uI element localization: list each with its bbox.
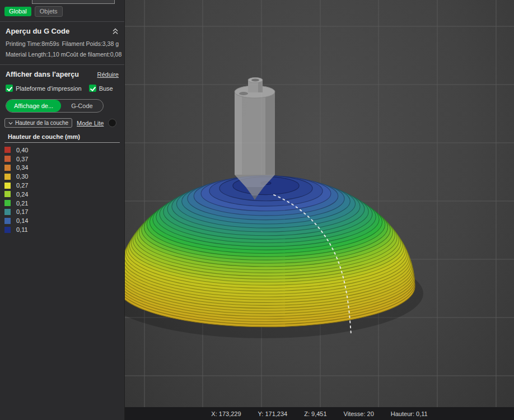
legend-value: 0,34 <box>16 164 28 171</box>
gcode-preview-scene[interactable] <box>125 0 514 420</box>
checkbox-checked-icon[interactable] <box>89 85 96 92</box>
legend-value: 0,14 <box>16 217 28 224</box>
legend-title: Hauteur de couche (mm) <box>4 133 120 143</box>
legend-item: 0,34 <box>4 164 124 172</box>
sidebar-panel: Global Objets Aperçu du G Code Printing … <box>0 0 125 420</box>
legend-value: 0,27 <box>16 182 28 189</box>
layer-property-dropdown[interactable]: Hauteur de la couche <box>4 118 72 128</box>
legend-value: 0,30 <box>16 173 28 180</box>
layer-color-swatch <box>4 218 11 224</box>
status-y: Y: 171,234 <box>258 410 288 417</box>
status-speed: Vitesse: 20 <box>344 410 374 417</box>
layer-dropdown-label: Hauteur de la couche <box>15 120 68 126</box>
print-stats: Printing Time:8m59s Filament Poids:3,38 … <box>0 39 124 63</box>
layer-color-swatch <box>4 227 11 233</box>
chevron-down-icon <box>8 122 13 125</box>
legend-item: 0,21 <box>4 199 124 208</box>
preview-checkboxes: Plateforme d'impression Buse <box>0 81 124 96</box>
tab-global[interactable]: Global <box>4 7 31 16</box>
layer-color-swatch <box>4 165 11 171</box>
layer-color-swatch <box>4 209 11 215</box>
gcode-mode-button[interactable]: G-Code <box>61 100 103 112</box>
truncated-input[interactable] <box>32 0 115 4</box>
legend-value: 0,37 <box>16 156 28 162</box>
legend-value: 0,21 <box>16 200 28 207</box>
layer-color-swatch <box>4 200 11 206</box>
gcode-preview-title: Aperçu du G Code <box>6 27 69 35</box>
legend-item: 0,40 <box>4 146 124 155</box>
checkbox-build-plate-label: Plateforme d'impression <box>16 85 82 92</box>
status-x: X: 173,229 <box>211 410 241 417</box>
checkbox-build-plate[interactable]: Plateforme d'impression <box>6 85 82 92</box>
checkbox-nozzle-label: Buse <box>99 85 113 92</box>
legend-value: 0,11 <box>16 226 28 233</box>
printing-time-stat: Printing Time:8m59s <box>6 39 59 49</box>
legend-value: 0,24 <box>16 191 28 198</box>
filament-cost-stat: Coût de filament:0,08 <box>66 49 122 60</box>
gcode-status-bar: X: 173,229 Y: 171,234 Z: 9,451 Vitesse: … <box>125 407 514 420</box>
gcode-model-dome <box>125 176 415 327</box>
legend-value: 0,17 <box>16 208 28 215</box>
layer-color-swatch <box>4 147 11 153</box>
layer-height-legend: 0,40 0,37 0,34 0,30 0,27 0,24 0,21 0,17 … <box>0 143 124 234</box>
tab-objects[interactable]: Objets <box>35 6 63 17</box>
legend-item: 0,11 <box>4 225 124 234</box>
reduce-link[interactable]: Réduire <box>97 71 119 78</box>
gcode-panel-header: Aperçu du G Code <box>0 22 124 39</box>
display-mode-button[interactable]: Affichage de... <box>6 100 61 112</box>
layer-property-row: Hauteur de la couche Mode Lite <box>4 118 120 128</box>
legend-value: 0,40 <box>16 147 28 153</box>
legend-item: 0,17 <box>4 208 124 217</box>
legend-item: 0,37 <box>4 155 124 164</box>
viewport-3d[interactable] <box>125 0 514 420</box>
collapse-double-chevron-icon[interactable] <box>112 28 119 35</box>
layer-color-swatch <box>4 191 11 197</box>
show-in-preview-title: Afficher dans l'aperçu <box>6 71 79 78</box>
legend-item: 0,24 <box>4 190 124 199</box>
checkbox-checked-icon[interactable] <box>6 85 13 92</box>
layer-color-swatch <box>4 183 11 189</box>
material-length-stat: Material Length:1,10 m <box>6 49 66 60</box>
status-z: Z: 9,451 <box>304 410 326 417</box>
legend-item: 0,27 <box>4 181 124 190</box>
view-mode-toggle: Affichage de... G-Code <box>6 99 104 113</box>
layer-color-swatch <box>4 156 11 162</box>
filament-weight-stat: Filament Poids:3,38 g <box>62 39 119 49</box>
mode-lite-toggle[interactable] <box>108 119 116 127</box>
legend-item: 0,14 <box>4 216 124 225</box>
status-height: Hauteur: 0,11 <box>391 410 428 417</box>
mode-lite-link[interactable]: Mode Lite <box>77 120 104 127</box>
layer-color-swatch <box>4 174 11 180</box>
checkbox-nozzle[interactable]: Buse <box>89 85 113 92</box>
show-in-preview-header: Afficher dans l'aperçu Réduire <box>0 65 124 81</box>
legend-item: 0,30 <box>4 172 124 181</box>
